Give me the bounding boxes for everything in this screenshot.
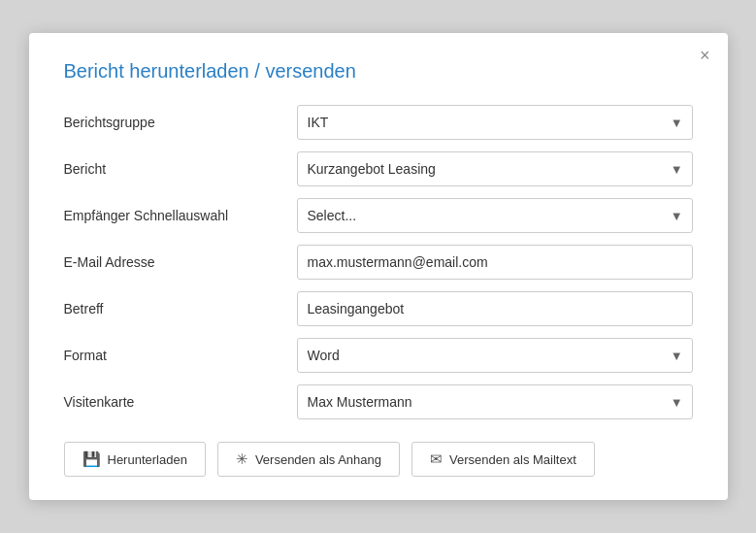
modal-dialog: × Bericht herunterladen / versenden Beri…: [29, 33, 728, 500]
empfaenger-row: Empfänger Schnellauswahl Select... ▼: [64, 197, 693, 234]
empfaenger-select[interactable]: Select...: [297, 198, 693, 233]
empfaenger-label: Empfänger Schnellauswahl: [64, 208, 297, 223]
modal-title: Bericht herunterladen / versenden: [64, 60, 693, 83]
bericht-row: Bericht Kurzangebot Leasing ▼: [64, 150, 693, 187]
modal-footer: 💾 Herunterladen ✳ Versenden als Anhang ✉…: [64, 442, 693, 477]
empfaenger-select-wrapper: Select... ▼: [297, 198, 693, 233]
send-attachment-button[interactable]: ✳ Versenden als Anhang: [217, 442, 400, 477]
close-button[interactable]: ×: [700, 47, 710, 64]
format-label: Format: [64, 348, 297, 363]
visitenkarte-row: Visitenkarte Max Mustermann ▼: [64, 383, 693, 420]
visitenkarte-label: Visitenkarte: [64, 394, 297, 410]
send-attachment-label: Versenden als Anhang: [255, 452, 381, 467]
format-select[interactable]: Word: [297, 338, 693, 373]
berichtsgruppe-select[interactable]: IKT: [297, 105, 693, 140]
modal-overlay: × Bericht herunterladen / versenden Beri…: [0, 0, 756, 533]
send-mail-label: Versenden als Mailtext: [449, 452, 576, 467]
betreff-label: Betreff: [64, 301, 297, 316]
berichtsgruppe-select-wrapper: IKT ▼: [297, 105, 693, 140]
format-select-wrapper: Word ▼: [297, 338, 693, 373]
attachment-icon: ✳: [236, 450, 248, 468]
bericht-select-wrapper: Kurzangebot Leasing ▼: [297, 151, 693, 186]
mail-icon: ✉: [430, 450, 443, 468]
email-input[interactable]: [297, 245, 693, 280]
download-button[interactable]: 💾 Herunterladen: [64, 442, 206, 477]
visitenkarte-select[interactable]: Max Mustermann: [297, 384, 693, 419]
betreff-input[interactable]: [297, 291, 693, 326]
berichtsgruppe-row: Berichtsgruppe IKT ▼: [64, 104, 693, 141]
betreff-row: Betreff: [64, 290, 693, 327]
email-row: E-Mail Adresse: [64, 244, 693, 281]
send-mail-button[interactable]: ✉ Versenden als Mailtext: [411, 442, 595, 477]
berichtsgruppe-label: Berichtsgruppe: [64, 115, 297, 130]
email-label: E-Mail Adresse: [64, 254, 297, 270]
download-label: Herunterladen: [108, 452, 187, 467]
format-row: Format Word ▼: [64, 337, 693, 374]
bericht-select[interactable]: Kurzangebot Leasing: [297, 151, 693, 186]
download-icon: 💾: [82, 450, 101, 468]
visitenkarte-select-wrapper: Max Mustermann ▼: [297, 384, 693, 419]
bericht-label: Bericht: [64, 161, 297, 177]
